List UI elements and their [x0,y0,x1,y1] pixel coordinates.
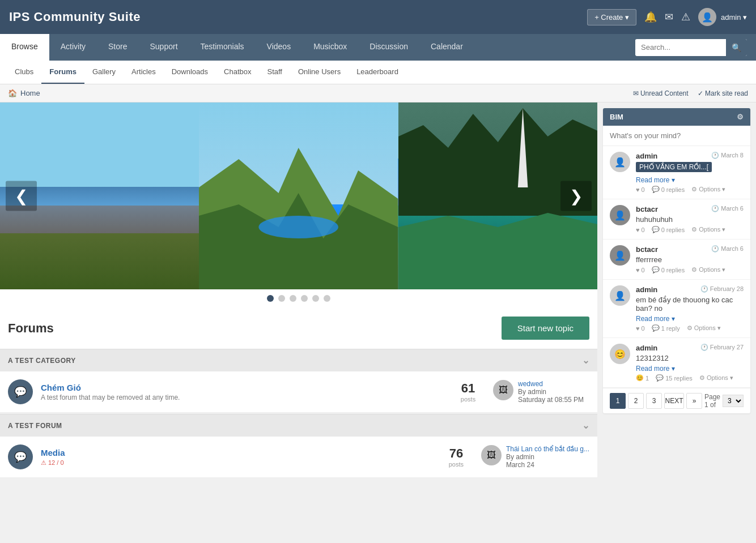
category-chevron-2[interactable]: ⌄ [582,420,590,431]
last-post-title-2[interactable]: Thái Lan có thể bắt đầu g... [506,445,589,453]
page-last-button[interactable]: » [686,393,702,409]
status-time-1: 🕐 March 8 [711,152,744,159]
category-block-2: A TEST FORUM ⌄ 💬 Media ⚠ 12 / 0 76 posts [0,414,597,478]
like-action-4[interactable]: ♥ 0 [636,325,645,332]
admin-menu[interactable]: 👤 admin ▾ [698,8,747,26]
like-action-5[interactable]: 😊 1 [636,374,649,382]
search-button[interactable]: 🔍 [726,39,747,56]
like-action-2[interactable]: ♥ 0 [636,226,645,233]
carousel-dots [0,289,597,307]
like-icon-3: ♥ [636,267,640,273]
carousel-dot-2[interactable] [278,295,285,302]
read-more-4[interactable]: Read more ▾ [636,315,744,323]
create-button[interactable]: + Create ▾ [587,9,636,25]
like-icon-5: 😊 [636,374,644,382]
unread-content-link[interactable]: ✉ Unread Content [633,89,689,97]
category-chevron-1[interactable]: ⌄ [582,355,590,366]
subnav-gallery[interactable]: Gallery [84,61,124,84]
tab-activity[interactable]: Activity [49,34,97,61]
options-action-2[interactable]: ⚙ Options ▾ [691,226,725,233]
tab-browse[interactable]: Browse [0,34,49,61]
nav-tabs: Browse Activity Store Support Testimonia… [0,34,756,61]
tab-support[interactable]: Support [139,34,189,61]
reply-action-3[interactable]: 💬 0 replies [652,266,685,273]
carousel-dot-5[interactable] [312,295,319,302]
header-right: + Create ▾ 🔔 ✉ ⚠ 👤 admin ▾ [587,8,747,26]
reply-action-5[interactable]: 💬 15 replies [656,374,693,382]
reply-action-4[interactable]: 💬 1 reply [652,324,680,332]
options-action-5[interactable]: ⚙ Options ▾ [699,374,733,382]
tab-calendar[interactable]: Calendar [419,34,474,61]
status-author-3[interactable]: bctacr [636,245,658,254]
subnav-online-users[interactable]: Online Users [290,61,349,84]
reply-action-2[interactable]: 💬 0 replies [652,226,685,233]
tab-store[interactable]: Store [97,34,138,61]
like-action-1[interactable]: ♥ 0 [636,186,645,193]
read-more-1[interactable]: Read more ▾ [636,176,744,184]
forum-name-2[interactable]: Media [41,448,431,458]
status-actions-2: ♥ 0 💬 0 replies ⚙ Options ▾ [636,226,744,233]
page-next-button[interactable]: NEXT [664,393,684,409]
search-input[interactable] [635,40,726,55]
last-post-avatar-2: 🖼 [481,445,502,465]
notifications-icon[interactable]: 🔔 [644,11,657,23]
gear-icon[interactable]: ⚙ [737,113,744,121]
page-btn-2[interactable]: 2 [628,393,644,409]
status-actions-1: ♥ 0 💬 0 replies ⚙ Options ▾ [636,186,744,193]
options-action-3[interactable]: ⚙ Options ▾ [691,266,725,273]
status-author-5[interactable]: admin [636,344,657,352]
page-btn-1[interactable]: 1 [610,393,626,409]
subnav-forums[interactable]: Forums [41,61,84,84]
page-of-text: Page 1 of [704,393,720,409]
subnav-clubs[interactable]: Clubs [7,61,41,84]
tab-discussion[interactable]: Discussion [358,34,419,61]
reply-action-1[interactable]: 💬 0 replies [652,186,685,193]
status-author-1[interactable]: admin [636,152,657,160]
carousel-dot-4[interactable] [301,295,308,302]
forum-name-1[interactable]: Chém Gió [41,383,443,392]
status-author-2[interactable]: bctacr [636,205,658,213]
subnav-downloads[interactable]: Downloads [164,61,216,84]
tab-testimonials[interactable]: Testimonials [189,34,256,61]
status-actions-4: ♥ 0 💬 1 reply ⚙ Options ▾ [636,324,744,332]
status-header-4: admin 🕐 February 28 [636,285,744,294]
messages-icon[interactable]: ✉ [665,11,673,23]
forum-icon-2: 💬 [8,444,33,469]
options-action-1[interactable]: ⚙ Options ▾ [691,186,725,193]
mark-read-link[interactable]: ✓ Mark site read [698,89,748,97]
like-action-3[interactable]: ♥ 0 [636,267,645,273]
read-more-5[interactable]: Read more ▾ [636,365,744,373]
check-icon: ✓ [698,89,703,97]
subnav-leaderboard[interactable]: Leaderboard [349,61,406,84]
carousel-prev-button[interactable]: ❮ [6,181,37,211]
category-name-2: A TEST FORUM [8,422,62,430]
last-post-title-1[interactable]: wedwed [518,380,584,388]
carousel: ❮ [0,102,597,289]
tab-videos[interactable]: Videos [256,34,303,61]
status-content-1: admin 🕐 March 8 PHỐ VẮNG EM RỒI...[ Read… [636,152,744,193]
page-select[interactable]: 3 [723,395,744,407]
carousel-dot-3[interactable] [290,295,296,302]
status-text-2: huhuhuhuh [636,215,744,224]
bim-widget: BIM ⚙ 👤 admin 🕐 March 8 PHỐ VẮNG EM RỒI.… [603,108,750,413]
options-action-4[interactable]: ⚙ Options ▾ [687,324,721,332]
category-header-1: A TEST CATEGORY ⌄ [0,349,597,371]
carousel-dot-6[interactable] [324,295,330,302]
tab-musicbox[interactable]: Musicbox [302,34,358,61]
breadcrumb-home[interactable]: Home [20,89,40,97]
reply-icon-2: 💬 [652,226,660,233]
carousel-next-button[interactable]: ❯ [560,181,592,211]
status-item-4: 👤 admin 🕐 February 28 em bé đầy de thouo… [603,280,750,338]
alerts-icon[interactable]: ⚠ [681,11,690,23]
last-post-avatar-1: 🖼 [493,380,513,400]
start-topic-button[interactable]: Start new topic [502,317,589,340]
search-box: 🔍 [635,39,747,56]
status-input[interactable] [603,126,750,146]
subnav-staff[interactable]: Staff [259,61,290,84]
status-author-4[interactable]: admin [636,285,657,294]
carousel-dot-1[interactable] [267,295,274,302]
subnav-chatbox[interactable]: Chatbox [216,61,259,84]
page-btn-3[interactable]: 3 [646,393,662,409]
status-content-5: admin 🕐 February 27 12312312 Read more ▾… [636,344,744,382]
subnav-articles[interactable]: Articles [124,61,164,84]
